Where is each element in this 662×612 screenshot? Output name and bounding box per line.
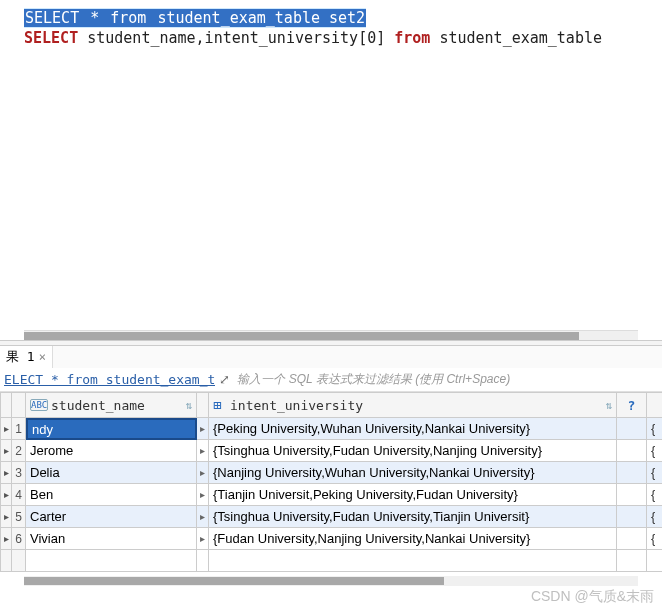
empty-cell xyxy=(197,550,209,572)
row-number[interactable]: 2 xyxy=(12,440,26,462)
row-number[interactable]: 3 xyxy=(12,462,26,484)
cell-name[interactable]: ndy xyxy=(26,418,197,440)
grid-horizontal-scrollbar[interactable] xyxy=(24,576,638,586)
row-marker-header xyxy=(0,392,12,418)
column-header-univ[interactable]: intent_university ⇅ xyxy=(209,392,617,418)
cell-edge xyxy=(655,462,662,484)
cell-name[interactable]: Ben xyxy=(26,484,197,506)
results-grid: ABC student_name ⇅ intent_university ⇅ ?… xyxy=(0,392,662,572)
row-marker: ▸ xyxy=(0,418,12,440)
row-number xyxy=(12,550,26,572)
array-type-icon xyxy=(213,398,227,412)
sql-keyword-select: SELECT xyxy=(24,29,78,47)
cell-edge xyxy=(655,418,662,440)
sql-preview: ELECT * from student_exam_t xyxy=(0,372,215,387)
row-marker: ▸ xyxy=(0,440,12,462)
expand-header xyxy=(197,392,209,418)
expand-icon[interactable]: ▸ xyxy=(197,418,209,440)
column-header-name[interactable]: ABC student_name ⇅ xyxy=(26,392,197,418)
sql-editor[interactable]: SELECT * from student_exam_table set2 SE… xyxy=(0,0,662,330)
expand-icon[interactable]: ▸ xyxy=(197,440,209,462)
editor-horizontal-scrollbar[interactable] xyxy=(24,330,638,340)
cell-edge xyxy=(655,506,662,528)
cell-name[interactable]: Vivian xyxy=(26,528,197,550)
empty-cell xyxy=(26,550,197,572)
cell-gap xyxy=(617,506,647,528)
cell-edge xyxy=(655,484,662,506)
expand-icon[interactable]: ▸ xyxy=(197,506,209,528)
row-marker: ▸ xyxy=(0,484,12,506)
filter-icon[interactable]: ⇅ xyxy=(605,399,612,412)
cell-university[interactable]: {Fudan University,Nanjing University,Nan… xyxy=(209,528,617,550)
expand-icon[interactable]: ⤢ xyxy=(215,372,233,387)
row-marker: ▸ xyxy=(0,528,12,550)
cell-university[interactable]: {Nanjing University,Wuhan University,Nan… xyxy=(209,462,617,484)
text-type-icon: ABC xyxy=(30,399,48,411)
row-marker: ▸ xyxy=(0,462,12,484)
help-header[interactable]: ? xyxy=(617,392,647,418)
cell-university[interactable]: {Tianjin Universit,Peking University,Fud… xyxy=(209,484,617,506)
watermark: CSDN @气质&末雨 xyxy=(531,588,654,606)
row-number[interactable]: 5 xyxy=(12,506,26,528)
close-icon[interactable]: × xyxy=(39,350,46,364)
sql-keyword-from: from xyxy=(394,29,430,47)
cell-name[interactable]: Carter xyxy=(26,506,197,528)
cell-name[interactable]: Delia xyxy=(26,462,197,484)
result-tabs: 果 1 × xyxy=(0,346,662,368)
cell-university[interactable]: {Tsinghua University,Fudan University,Na… xyxy=(209,440,617,462)
cell-gap xyxy=(617,440,647,462)
cell-gap xyxy=(617,528,647,550)
expand-icon[interactable]: ▸ xyxy=(197,484,209,506)
sql-keyword-from: from xyxy=(109,9,147,27)
result-tab-1[interactable]: 果 1 × xyxy=(0,346,53,368)
cell-name[interactable]: Jerome xyxy=(26,440,197,462)
empty-cell xyxy=(617,550,647,572)
row-number[interactable]: 1 xyxy=(12,418,26,440)
empty-cell xyxy=(209,550,617,572)
cell-university[interactable]: {Peking University,Wuhan University,Nank… xyxy=(209,418,617,440)
row-number[interactable]: 4 xyxy=(12,484,26,506)
filter-input[interactable]: 输入一个 SQL 表达式来过滤结果 (使用 Ctrl+Space) xyxy=(233,371,662,388)
tab-label: 果 1 xyxy=(6,348,35,366)
expand-icon[interactable]: ▸ xyxy=(197,528,209,550)
sql-keyword-select: SELECT xyxy=(24,9,80,27)
cell-gap xyxy=(617,418,647,440)
cell-edge xyxy=(655,528,662,550)
row-number-header xyxy=(12,392,26,418)
filter-icon[interactable]: ⇅ xyxy=(185,399,192,412)
row-number[interactable]: 6 xyxy=(12,528,26,550)
row-marker: ▸ xyxy=(0,506,12,528)
cell-university[interactable]: {Tsinghua University,Fudan University,Ti… xyxy=(209,506,617,528)
extra-col-header2 xyxy=(655,392,662,418)
cell-edge xyxy=(655,440,662,462)
empty-cell xyxy=(655,550,662,572)
filter-bar: ELECT * from student_exam_t ⤢ 输入一个 SQL 表… xyxy=(0,368,662,392)
row-marker xyxy=(0,550,12,572)
cell-gap xyxy=(617,484,647,506)
cell-gap xyxy=(617,462,647,484)
expand-icon[interactable]: ▸ xyxy=(197,462,209,484)
